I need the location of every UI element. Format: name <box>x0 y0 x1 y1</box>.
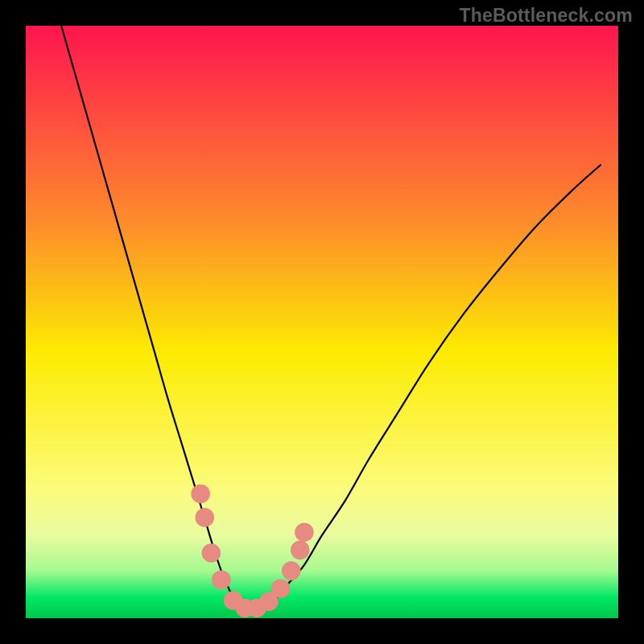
watermark-text: TheBottleneck.com <box>459 5 633 27</box>
chart-background <box>26 26 618 618</box>
marker-dot <box>195 508 214 527</box>
marker-dot <box>271 579 291 598</box>
marker-dot <box>282 561 301 580</box>
chart-container: TheBottleneck.com <box>0 0 644 644</box>
chart-svg <box>0 0 644 644</box>
marker-dot <box>191 485 210 504</box>
marker-dot <box>291 541 310 560</box>
marker-dot <box>212 570 231 589</box>
marker-dot <box>295 523 314 543</box>
marker-dot <box>202 543 221 563</box>
